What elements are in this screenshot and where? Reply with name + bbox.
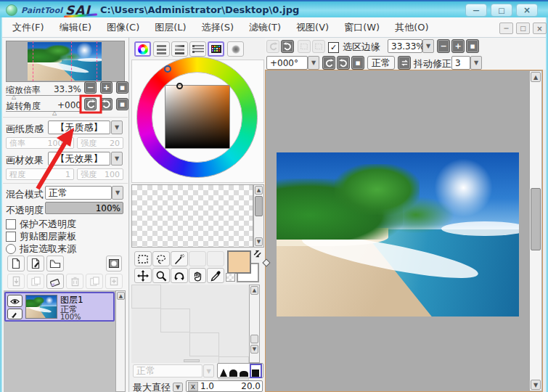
brush-tip-pointed[interactable] xyxy=(218,365,228,377)
brush-tip-round[interactable] xyxy=(229,365,238,377)
canvas-zoom-select[interactable]: 33.33% xyxy=(388,39,422,53)
view-normal-button[interactable]: 正常 xyxy=(367,56,395,70)
window-maximize-button[interactable]: □ xyxy=(491,4,512,17)
navigator-zoom-slider-handle[interactable]: △ xyxy=(12,94,16,100)
brush-tip-square-selected[interactable] xyxy=(250,364,262,378)
brush-size-field[interactable]: x 1.0 20.0 xyxy=(186,380,263,392)
panel-drag-handle[interactable] xyxy=(184,359,200,362)
menu-window[interactable]: 窗口(W) xyxy=(344,21,380,34)
selection-edge-checkbox[interactable]: ✓ xyxy=(328,42,339,53)
window-minimize-button[interactable]: — xyxy=(465,4,487,17)
new-layer-folder-button[interactable] xyxy=(46,256,64,271)
zoom-in-button[interactable]: + xyxy=(100,81,113,94)
empty-tool-slot[interactable] xyxy=(207,251,224,266)
canvas-zoom-dropdown-icon[interactable]: ▼ xyxy=(422,39,434,53)
canvas-angle-select[interactable]: +000° xyxy=(266,56,308,70)
empty-tool-slot[interactable] xyxy=(189,251,206,266)
menu-select[interactable]: 选择(S) xyxy=(202,21,234,34)
flip-view-button[interactable] xyxy=(398,56,411,70)
scroll-up-icon[interactable]: ▲ xyxy=(117,292,125,300)
selection-source-radio[interactable] xyxy=(6,244,16,254)
paper-texture-dropdown-icon[interactable]: ▼ xyxy=(111,121,123,134)
scrollbar-thumb[interactable] xyxy=(531,188,541,250)
brush-palette-scrollbar[interactable]: ▲ ▼ xyxy=(249,285,260,363)
material-effect-select[interactable]: 【无效果】 xyxy=(48,152,110,166)
rotate-ccw-button[interactable] xyxy=(84,98,97,110)
scrollbar-thumb[interactable] xyxy=(250,335,258,343)
material-effect-dropdown-icon[interactable]: ▼ xyxy=(111,152,123,166)
brush-slot-empty[interactable] xyxy=(189,332,219,356)
sv-square-marker[interactable] xyxy=(176,83,183,89)
navigator-rotate-slider-handle[interactable]: △ xyxy=(52,110,57,116)
color-wheel-tab[interactable] xyxy=(134,41,151,57)
canvas-rotate-reset-button[interactable]: ■ xyxy=(351,56,364,70)
brush-slot-empty[interactable] xyxy=(160,309,190,332)
mixed-slider-tab[interactable] xyxy=(189,41,206,57)
menu-filter[interactable]: 滤镜(T) xyxy=(249,21,281,34)
new-layer-button[interactable] xyxy=(7,256,25,271)
menu-other[interactable]: 其他(O) xyxy=(395,21,428,34)
blend-mode-dropdown-icon[interactable]: ▼ xyxy=(112,186,123,200)
navigator-preview[interactable] xyxy=(6,41,125,82)
brush-slot-empty[interactable] xyxy=(131,285,161,309)
canvas-window[interactable]: ▲ ▼ xyxy=(265,70,543,392)
scroll-down-icon[interactable]: ▼ xyxy=(531,380,541,390)
canvas-rotate-ccw-button[interactable] xyxy=(322,56,335,70)
lasso-tool[interactable] xyxy=(152,251,170,266)
scratchpad-scrollbar[interactable]: ▲ ▼ xyxy=(253,184,264,248)
protect-opacity-checkbox[interactable] xyxy=(6,219,16,229)
magic-wand-tool[interactable] xyxy=(171,251,188,266)
rotate-cw-button[interactable] xyxy=(100,98,113,110)
canvas-angle-dropdown-icon[interactable]: ▼ xyxy=(308,56,319,70)
saturation-value-square[interactable] xyxy=(165,85,230,149)
canvas-rotate-cw-button[interactable] xyxy=(337,56,350,70)
scratchpad-canvas[interactable] xyxy=(131,184,253,248)
new-lineart-layer-button[interactable] xyxy=(27,256,44,271)
hsv-slider-tab[interactable] xyxy=(171,41,188,57)
layer-list-scrollbar[interactable]: ▲ xyxy=(115,290,126,392)
paper-texture-select[interactable]: 【无质感】 xyxy=(48,121,110,134)
hue-ring-marker[interactable] xyxy=(164,65,171,73)
redo-button[interactable] xyxy=(281,40,294,53)
blend-mode-select[interactable]: 正常 xyxy=(45,186,112,200)
navigator-rotate-slider[interactable] xyxy=(6,111,81,112)
rotate-reset-button[interactable]: ■ xyxy=(116,98,128,110)
rgb-slider-tab[interactable] xyxy=(153,41,170,57)
canvas-image[interactable] xyxy=(277,152,519,317)
layer-draw-indicator[interactable] xyxy=(7,309,23,319)
layer-row-selected[interactable]: 图层1 正常 100% xyxy=(4,292,115,322)
hand-tool[interactable] xyxy=(189,268,206,283)
mdi-restore-button[interactable]: □ xyxy=(516,23,530,34)
menu-edit[interactable]: 编辑(E) xyxy=(60,21,91,34)
scroll-up-icon[interactable]: ▲ xyxy=(531,72,541,82)
menu-file[interactable]: 文件(F) xyxy=(12,21,44,34)
stabilizer-select[interactable]: 3 xyxy=(451,56,470,70)
eyedropper-tool[interactable] xyxy=(207,268,224,283)
menu-layer[interactable]: 图层(L) xyxy=(155,21,186,34)
canvas-zoom-reset-button[interactable]: ■ xyxy=(466,39,479,53)
scrollbar-thumb[interactable] xyxy=(255,196,263,216)
scroll-down-icon[interactable]: ▼ xyxy=(255,237,263,246)
zoom-out-button[interactable]: − xyxy=(84,81,97,94)
menu-view[interactable]: 视图(V) xyxy=(296,21,329,34)
layer-mask-button[interactable] xyxy=(106,256,122,271)
opacity-slider[interactable]: 100% xyxy=(45,202,123,214)
mdi-close-button[interactable]: × xyxy=(533,23,547,34)
canvas-vertical-scrollbar[interactable]: ▲ ▼ xyxy=(529,71,541,391)
layer-visibility-toggle[interactable] xyxy=(7,295,23,307)
canvas-zoom-out-button[interactable]: − xyxy=(437,39,450,53)
window-close-button[interactable]: × xyxy=(516,4,538,17)
scroll-up-icon[interactable]: ▲ xyxy=(250,286,258,295)
canvas-zoom-in-button[interactable]: + xyxy=(451,39,465,53)
marquee-tool[interactable] xyxy=(134,251,152,266)
zoom-tool[interactable] xyxy=(152,268,170,283)
mdi-minimize-button[interactable]: — xyxy=(499,23,513,34)
brush-tip-flat[interactable] xyxy=(240,365,249,377)
clear-layer-button[interactable] xyxy=(46,274,64,289)
scroll-up-icon[interactable]: ▲ xyxy=(255,186,263,195)
stabilizer-dropdown-icon[interactable]: ▼ xyxy=(470,56,482,70)
scratchpad-tab[interactable] xyxy=(227,41,244,57)
scroll-down-icon[interactable]: ▼ xyxy=(250,345,258,354)
move-tool[interactable] xyxy=(134,268,152,283)
transparent-color-toggle[interactable] xyxy=(226,273,235,282)
